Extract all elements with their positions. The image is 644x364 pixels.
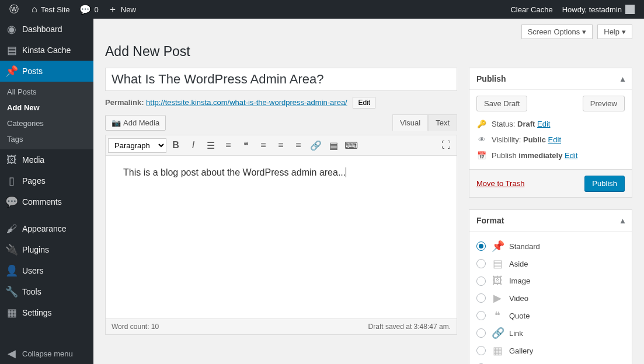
post-title-input[interactable] <box>105 68 457 91</box>
plug-icon: 🔌 <box>6 244 18 256</box>
permalink-url[interactable]: http://testsite.kinsta.com/what-is-the-w… <box>146 98 347 107</box>
admin-sidebar: ◉Dashboard ▤Kinsta Cache 📌Posts All Post… <box>0 19 93 364</box>
calendar-icon: 📅 <box>476 151 487 160</box>
sidebar-item-comments[interactable]: 💬Comments <box>0 191 93 212</box>
format-header[interactable]: Format▴ <box>469 210 632 232</box>
sidebar-sub-all-posts[interactable]: All Posts <box>0 84 93 100</box>
format-radio-quote[interactable] <box>476 311 486 320</box>
format-radio-link[interactable] <box>476 328 486 338</box>
sidebar-item-tools[interactable]: 🔧Tools <box>0 281 93 302</box>
preview-button[interactable]: Preview <box>583 96 625 111</box>
tab-text[interactable]: Text <box>428 114 457 131</box>
sidebar-item-posts[interactable]: 📌Posts <box>0 61 93 82</box>
sidebar-item-users[interactable]: 👤Users <box>0 260 93 281</box>
sidebar-item-kinsta[interactable]: ▤Kinsta Cache <box>0 40 93 61</box>
editor-status-bar: Word count: 10 Draft saved at 3:48:47 am… <box>105 319 457 335</box>
cache-icon: ▤ <box>6 44 18 56</box>
site-link[interactable]: ⌂Test Site <box>27 0 75 19</box>
aside-icon: ▤ <box>492 257 503 270</box>
format-radio-image[interactable] <box>476 276 486 286</box>
format-metabox: Format▴ 📌Standard ▤Aside 🖼Image ▶Video ❝… <box>469 209 632 364</box>
visibility-edit-link[interactable]: Edit <box>548 135 561 144</box>
fullscreen-button[interactable]: ⛶ <box>438 138 454 153</box>
collapse-icon: ◀ <box>6 348 18 359</box>
new-label: New <box>121 5 136 14</box>
tab-visual[interactable]: Visual <box>392 114 428 131</box>
media-icon: 🖾 <box>6 154 18 166</box>
format-radio-standard[interactable] <box>476 242 486 251</box>
sidebar-item-media[interactable]: 🖾Media <box>0 149 93 170</box>
user-icon: 👤 <box>6 265 18 276</box>
ol-button[interactable]: ≡ <box>220 138 236 153</box>
sidebar-item-appearance[interactable]: 🖌Appearance <box>0 218 93 239</box>
comments-count: 0 <box>95 5 99 14</box>
link-icon: 🔗 <box>492 327 503 340</box>
key-icon: 🔑 <box>476 120 487 128</box>
move-to-trash-link[interactable]: Move to Trash <box>476 179 524 188</box>
collapse-menu[interactable]: ◀Collapse menu <box>0 343 93 364</box>
help-button[interactable]: Help ▾ <box>597 24 632 39</box>
screen-options-button[interactable]: Screen Options ▾ <box>521 24 593 39</box>
bold-button[interactable]: B <box>168 138 184 153</box>
schedule-edit-link[interactable]: Edit <box>565 151 577 160</box>
sidebar-item-plugins[interactable]: 🔌Plugins <box>0 239 93 260</box>
account-link[interactable]: Howdy, testadmin <box>558 0 639 19</box>
align-center-button[interactable]: ≡ <box>273 138 289 153</box>
ul-button[interactable]: ☰ <box>203 138 219 153</box>
wrench-icon: 🔧 <box>6 286 18 298</box>
save-draft-button[interactable]: Save Draft <box>476 96 527 111</box>
draft-saved-text: Draft saved at 3:48:47 am. <box>368 323 451 331</box>
brush-icon: 🖌 <box>6 223 18 235</box>
sidebar-sub-categories[interactable]: Categories <box>0 116 93 131</box>
eye-icon: 👁 <box>476 135 487 144</box>
gallery-icon: ▦ <box>492 344 503 357</box>
permalink-edit-button[interactable]: Edit <box>353 97 375 108</box>
permalink-row: Permalink: http://testsite.kinsta.com/wh… <box>105 97 457 108</box>
sidebar-sub-add-new[interactable]: Add New <box>0 100 93 116</box>
clear-cache-link[interactable]: Clear Cache <box>506 0 557 19</box>
align-right-button[interactable]: ≡ <box>290 138 307 153</box>
howdy-text: Howdy, testadmin <box>562 5 622 14</box>
permalink-label: Permalink: <box>105 98 144 107</box>
italic-button[interactable]: I <box>185 138 201 153</box>
format-radio-gallery[interactable] <box>476 346 486 355</box>
sidebar-item-pages[interactable]: ▯Pages <box>0 170 93 191</box>
comments-link[interactable]: 💬0 <box>75 0 103 19</box>
editor-toolbar: Paragraph B I ☰ ≡ ❝ ≡ ≡ ≡ 🔗 ▤ ⌨ ⛶ <box>105 135 457 156</box>
video-icon: ▶ <box>492 292 503 304</box>
dashboard-icon: ◉ <box>6 23 18 35</box>
sidebar-item-settings[interactable]: ▦Settings <box>0 302 93 323</box>
sidebar-item-dashboard[interactable]: ◉Dashboard <box>0 19 93 40</box>
pin-icon: 📌 <box>6 65 18 77</box>
sidebar-sub-tags[interactable]: Tags <box>0 131 93 147</box>
format-radio-aside[interactable] <box>476 259 486 268</box>
comment-icon: 💬 <box>79 4 91 15</box>
quote-button[interactable]: ❝ <box>238 138 254 153</box>
format-select[interactable]: Paragraph <box>108 138 166 153</box>
sidebar-submenu: All Posts Add New Categories Tags <box>0 82 93 149</box>
audio-icon: ♫ <box>492 362 503 364</box>
chevron-down-icon: ▾ <box>622 27 626 36</box>
format-radio-video[interactable] <box>476 293 486 303</box>
new-link[interactable]: ＋New <box>103 0 141 19</box>
link-button[interactable]: 🔗 <box>308 138 324 153</box>
home-icon: ⌂ <box>32 4 37 15</box>
avatar <box>625 5 635 14</box>
readmore-button[interactable]: ▤ <box>325 138 342 153</box>
publish-header[interactable]: Publish▴ <box>469 68 632 90</box>
content-area: Screen Options ▾ Help ▾ Add New Post Per… <box>93 19 644 364</box>
chevron-down-icon: ▾ <box>582 27 586 36</box>
editor-body[interactable]: This is a blog post about the WordPress … <box>105 156 457 319</box>
comment-icon: 💬 <box>6 196 18 208</box>
align-left-button[interactable]: ≡ <box>255 138 271 153</box>
toolbar-toggle-button[interactable]: ⌨ <box>343 138 359 153</box>
wp-logo[interactable]: ⓦ <box>5 0 27 19</box>
status-edit-link[interactable]: Edit <box>537 120 550 128</box>
site-name: Test Site <box>41 5 70 14</box>
page-icon: ▯ <box>6 175 18 187</box>
publish-button[interactable]: Publish <box>584 176 625 191</box>
camera-icon: 📷 <box>112 118 121 127</box>
add-media-button[interactable]: 📷Add Media <box>105 115 166 131</box>
plus-icon: ＋ <box>108 4 117 16</box>
admin-toolbar: ⓦ ⌂Test Site 💬0 ＋New Clear Cache Howdy, … <box>0 0 644 19</box>
